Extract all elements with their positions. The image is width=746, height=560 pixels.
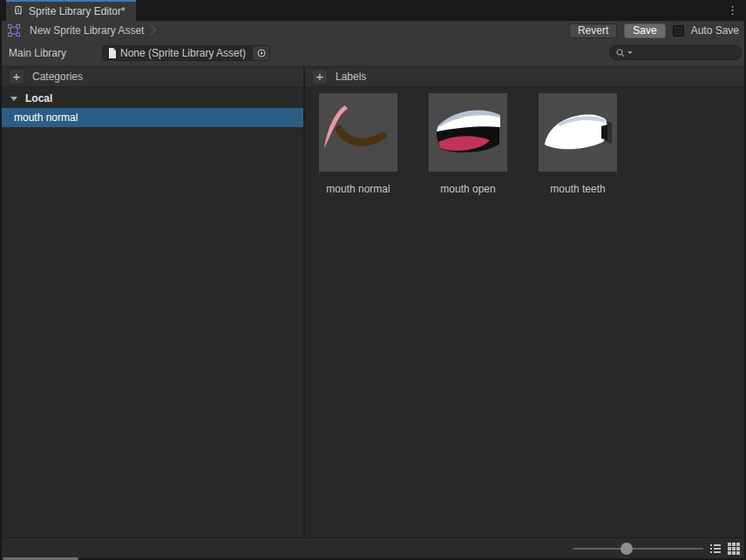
save-button[interactable]: Save	[624, 24, 665, 38]
editor-body: New Sprite Library Asset Revert Save Aut…	[2, 21, 744, 558]
bottom-bar	[2, 537, 744, 558]
revert-button[interactable]: Revert	[569, 24, 617, 38]
sprite-library-asset-icon	[7, 24, 21, 37]
sprite-library-editor-window: Sprite Library Editor* ⋮ New Sprite Libr…	[0, 0, 746, 560]
label-item-mouth-open[interactable]: mouth open	[429, 93, 507, 195]
categories-list: Local mouth normal	[2, 87, 303, 537]
sprite-thumbnail-mouth-open	[429, 93, 507, 172]
auto-save-label: Auto Save	[691, 24, 739, 37]
list-view-button[interactable]	[709, 542, 722, 556]
tab-title: Sprite Library Editor*	[29, 5, 125, 17]
thumbnail-size-slider[interactable]	[573, 538, 703, 558]
search-icon	[615, 48, 626, 58]
foldout-local[interactable]: Local	[2, 89, 303, 108]
object-picker-icon[interactable]	[252, 46, 269, 60]
grid-view-icon	[727, 542, 741, 556]
foldout-triangle-icon	[10, 97, 17, 101]
category-row-mouth-normal[interactable]: mouth normal	[2, 108, 303, 127]
breadcrumb-new-sprite-library-asset[interactable]: New Sprite Library Asset	[28, 22, 156, 39]
sprite-name: mouth teeth	[539, 183, 617, 195]
tab-bar: Sprite Library Editor* ⋮	[0, 0, 746, 21]
labels-title: Labels	[336, 71, 366, 83]
search-filter-caret-icon[interactable]	[627, 51, 633, 54]
sprite-thumbnail-mouth-teeth	[539, 93, 617, 172]
asset-document-icon	[108, 48, 117, 58]
search-field[interactable]	[609, 45, 742, 60]
sprite-library-icon	[12, 4, 24, 19]
add-category-button[interactable]: +	[9, 69, 24, 84]
auto-save-checkbox[interactable]	[673, 25, 684, 37]
categories-header: + Categories	[2, 67, 303, 87]
object-field-value: None (Sprite Library Asset)	[120, 47, 252, 59]
breadcrumb-label: New Sprite Library Asset	[30, 24, 144, 37]
category-name: mouth normal	[14, 111, 78, 124]
main-library-label: Main Library	[9, 47, 102, 59]
list-view-icon	[709, 542, 722, 556]
search-input[interactable]	[634, 47, 736, 59]
labels-header: + Labels	[305, 67, 744, 87]
foldout-label: Local	[25, 92, 52, 105]
panels: + Categories Local mouth normal +	[2, 66, 744, 537]
categories-panel: + Categories Local mouth normal	[2, 67, 305, 537]
labels-grid: mouth normal mouth open	[305, 87, 744, 195]
sprite-name: mouth normal	[319, 183, 397, 195]
main-library-object-field[interactable]: None (Sprite Library Asset)	[102, 45, 270, 61]
thumbnail-size-slider-handle[interactable]	[621, 543, 633, 555]
main-library-row: Main Library None (Sprite Library Asset)	[2, 40, 744, 66]
kebab-menu-icon[interactable]: ⋮	[724, 3, 741, 18]
sprite-name: mouth open	[429, 183, 507, 195]
add-label-button[interactable]: +	[312, 69, 328, 84]
label-item-mouth-normal[interactable]: mouth normal	[319, 93, 397, 195]
toolbar-right-group: Revert Save Auto Save	[569, 24, 739, 38]
toolbar: New Sprite Library Asset Revert Save Aut…	[2, 21, 744, 40]
sprite-thumbnail-mouth-normal	[319, 93, 397, 172]
grid-view-button[interactable]	[727, 542, 741, 556]
categories-title: Categories	[32, 71, 83, 83]
labels-panel: + Labels mouth normal	[305, 67, 744, 537]
label-item-mouth-teeth[interactable]: mouth teeth	[539, 93, 617, 195]
slider-track[interactable]	[573, 548, 703, 550]
labels-grid-body: mouth normal mouth open	[305, 87, 744, 537]
tab-sprite-library-editor[interactable]: Sprite Library Editor*	[6, 0, 136, 21]
